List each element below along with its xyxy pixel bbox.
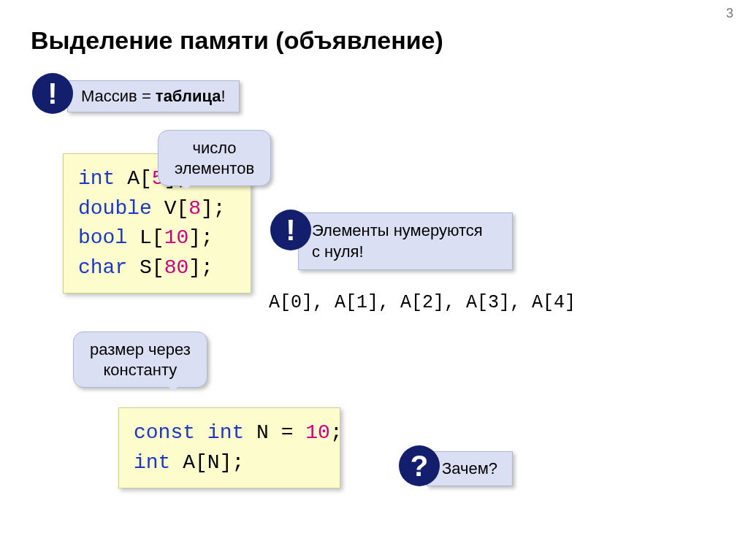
sp xyxy=(195,421,207,444)
kw: int xyxy=(78,167,115,190)
code: ; xyxy=(330,421,343,444)
page-title: Выделение памяти (объявление) xyxy=(31,26,443,55)
kw: int xyxy=(134,451,170,474)
kw: const xyxy=(134,421,195,444)
text-line2: элементов xyxy=(175,159,254,177)
code-block-const: const int N = 10; int A[N]; xyxy=(118,407,340,488)
num: 10 xyxy=(164,226,189,249)
kw: bool xyxy=(78,226,127,249)
callout-zero-indexed: Элементы нумеруются с нуля! xyxy=(298,212,513,270)
text-line2: с нуля! xyxy=(312,242,364,261)
text-line1: размер через xyxy=(90,340,191,358)
text: Массив = xyxy=(81,87,156,105)
text-bang: ! xyxy=(221,87,225,105)
callout-const-size: размер через константу xyxy=(73,331,207,388)
code: S[ xyxy=(127,256,164,279)
text-bold: таблица xyxy=(156,87,221,105)
question-badge: ? xyxy=(399,445,440,486)
code: ]; xyxy=(188,226,213,249)
num: 8 xyxy=(188,197,201,220)
text-line2: константу xyxy=(104,361,178,379)
text: Зачем? xyxy=(442,459,497,477)
code: A[ xyxy=(115,167,151,190)
callout-massiv: Массив = таблица! xyxy=(67,80,240,112)
kw: int xyxy=(207,421,244,444)
num: 10 xyxy=(305,421,330,444)
text-line1: Элементы нумеруются xyxy=(312,221,483,239)
text-line1: число xyxy=(193,139,237,157)
code: A[N]; xyxy=(170,451,244,474)
slide-number: 3 xyxy=(726,6,733,21)
callout-count: число элементов xyxy=(158,130,271,186)
array-indices: A[0], A[1], A[2], A[3], A[4] xyxy=(269,292,576,313)
code: V[ xyxy=(152,197,188,220)
code: ]; xyxy=(188,256,213,279)
exclaim-badge-1: ! xyxy=(32,73,73,114)
code: ]; xyxy=(201,197,226,220)
kw: double xyxy=(78,197,152,220)
code: N = xyxy=(244,421,305,444)
kw: char xyxy=(78,256,127,279)
code: L[ xyxy=(127,226,164,249)
exclaim-badge-2: ! xyxy=(270,210,311,250)
num: 80 xyxy=(164,256,189,279)
